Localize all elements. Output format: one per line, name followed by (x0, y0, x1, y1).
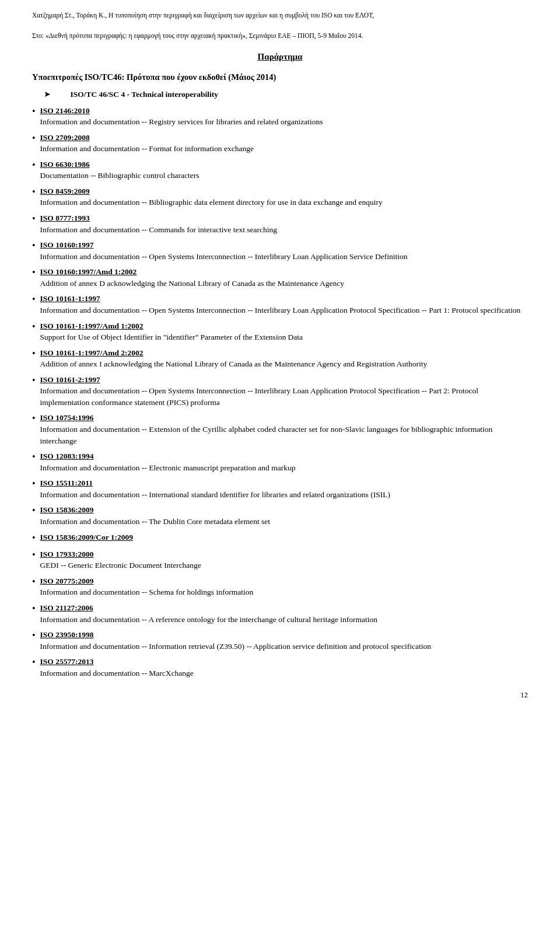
page-number: 12 (32, 690, 528, 700)
iso-id: ISO 10161-1:1997/Amd 1:2002 (40, 320, 528, 332)
bullet-icon: • (32, 104, 36, 118)
bullet-icon: • (32, 266, 36, 279)
iso-description: Information and documentation -- Command… (40, 224, 528, 236)
iso-id: ISO 8777:1993 (40, 212, 528, 224)
iso-description: Information and documentation -- Bibliog… (40, 197, 528, 208)
iso-description: Information and documentation -- Electro… (40, 462, 528, 474)
bullet-icon: • (32, 292, 36, 306)
iso-id: ISO 23950:1998 (40, 629, 528, 641)
bullet-icon: • (32, 373, 36, 387)
bullet-icon: • (32, 477, 36, 490)
list-item: •ISO 17933:2000GEDI -- Generic Electroni… (32, 549, 528, 571)
list-item: •ISO 2709:2008Information and documentat… (32, 132, 528, 155)
list-item: •ISO 15836:2009/Cor 1:2009 (32, 532, 528, 544)
bullet-icon: • (32, 602, 36, 615)
bullet-icon: • (32, 212, 36, 225)
iso-description: Information and documentation -- Interna… (40, 489, 528, 501)
bullet-icon: • (32, 655, 36, 669)
iso-id: ISO 2146:2010 (40, 105, 528, 117)
section-title: Υποεπιτροπές ISO/TC46: Πρότυπα που έχουν… (32, 72, 528, 82)
header-line1: Χατζημαρή Στ., Τοράκη Κ., Η τυποποίηση σ… (32, 11, 528, 20)
bullet-icon: • (32, 347, 36, 360)
iso-id: ISO 15836:2009 (40, 504, 528, 516)
iso-id: ISO 10161-1:1997/Amd 2:2002 (40, 347, 528, 359)
bullet-icon: • (32, 575, 36, 588)
iso-description: Information and documentation -- Open Sy… (40, 305, 528, 316)
list-item: •ISO 21127:2006Information and documenta… (32, 602, 528, 625)
header-line2: Στο: «Διεθνή πρότυπα περιγραφής: η εφαρμ… (32, 31, 528, 41)
iso-id: ISO 6630:1986 (40, 159, 528, 170)
list-item: •ISO 10754:1996Information and documenta… (32, 412, 528, 446)
iso-description: GEDI -- Generic Electronic Document Inte… (40, 560, 528, 571)
bullet-icon: • (32, 504, 36, 517)
list-item: •ISO 10161-2:1997Information and documen… (32, 374, 528, 408)
iso-description: Information and documentation -- MarcXch… (40, 668, 528, 679)
list-item: •ISO 2146:2010Information and documentat… (32, 105, 528, 128)
iso-id: ISO 15836:2009/Cor 1:2009 (40, 532, 528, 543)
bullet-icon: • (32, 628, 36, 642)
bullet-icon: • (32, 185, 36, 198)
list-item: •ISO 10161-1:1997/Amd 2:2002Addition of … (32, 347, 528, 370)
iso-id: ISO 15511:2011 (40, 477, 528, 489)
iso-description: Addition of annex D acknowledging the Na… (40, 278, 528, 289)
iso-id: ISO 10754:1996 (40, 412, 528, 424)
bullet-icon: • (32, 411, 36, 425)
iso-id: ISO 12083:1994 (40, 450, 528, 462)
iso-description: Support for Use of Object Identifier in … (40, 331, 528, 343)
iso-description: Information and documentation -- The Dub… (40, 516, 528, 528)
iso-id: ISO 10161-1:1997 (40, 293, 528, 305)
bullet-icon: • (32, 239, 36, 252)
bullet-icon: • (32, 450, 36, 463)
iso-id: ISO 8459:2009 (40, 186, 528, 197)
list-item: •ISO 10160:1997Information and documenta… (32, 239, 528, 262)
iso-id: ISO 2709:2008 (40, 132, 528, 144)
list-item: •ISO 15836:2009Information and documenta… (32, 504, 528, 527)
iso-description: Information and documentation -- Informa… (40, 641, 528, 652)
iso-id: ISO 21127:2006 (40, 602, 528, 614)
iso-description: Information and documentation -- Open Sy… (40, 385, 528, 408)
iso-standards-list: •ISO 2146:2010Information and documentat… (32, 105, 528, 679)
iso-id: ISO 10160:1997 (40, 239, 528, 251)
list-item: •ISO 10161-1:1997/Amd 1:2002Support for … (32, 320, 528, 343)
bullet-icon: • (32, 548, 36, 561)
list-item: •ISO 8459:2009Information and documentat… (32, 186, 528, 208)
bullet-icon: • (32, 158, 36, 172)
header: Χατζημαρή Στ., Τοράκη Κ., Η τυποποίηση σ… (32, 11, 528, 41)
list-item: •ISO 10161-1:1997Information and documen… (32, 293, 528, 316)
iso-description: Information and documentation -- A refer… (40, 614, 528, 626)
list-item: •ISO 6630:1986Documentation -- Bibliogra… (32, 159, 528, 181)
bullet-icon: • (32, 320, 36, 333)
iso-description: Information and documentation -- Format … (40, 143, 528, 155)
list-item: •ISO 23950:1998Information and documenta… (32, 629, 528, 652)
iso-description: Information and documentation -- Registr… (40, 116, 528, 128)
list-item: •ISO 8777:1993Information and documentat… (32, 212, 528, 235)
iso-id: ISO 20775:2009 (40, 575, 528, 587)
list-item: •ISO 20775:2009Information and documenta… (32, 575, 528, 598)
iso-description: Information and documentation -- Schema … (40, 586, 528, 598)
list-item: •ISO 25577:2013Information and documenta… (32, 656, 528, 679)
subsection-title: ISO/TC 46/SC 4 - Technical interoperabil… (70, 90, 218, 99)
iso-description: Information and documentation -- Extensi… (40, 424, 528, 446)
iso-id: ISO 25577:2013 (40, 656, 528, 668)
list-item: •ISO 15511:2011Information and documenta… (32, 477, 528, 500)
iso-id: ISO 10161-2:1997 (40, 374, 528, 386)
bullet-icon: • (32, 131, 36, 145)
iso-description: Addition of annex I acknowledging the Na… (40, 358, 528, 370)
iso-id: ISO 10160:1997/Amd 1:2002 (40, 266, 528, 278)
list-item: •ISO 10160:1997/Amd 1:2002Addition of an… (32, 266, 528, 289)
bullet-icon: • (32, 531, 36, 544)
iso-id: ISO 17933:2000 (40, 549, 528, 560)
page-title: Παράρτημα (32, 52, 528, 62)
list-item: •ISO 12083:1994Information and documenta… (32, 450, 528, 473)
iso-description: Documentation -- Bibliographic control c… (40, 170, 528, 181)
iso-description: Information and documentation -- Open Sy… (40, 251, 528, 263)
